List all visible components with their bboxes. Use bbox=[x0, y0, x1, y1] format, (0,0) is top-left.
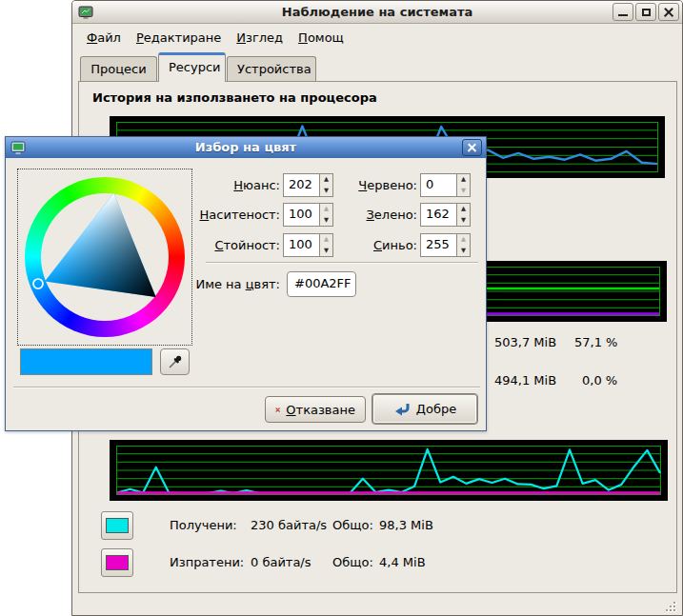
hue-spinbox[interactable]: 202 ▲ ▼ bbox=[283, 173, 333, 197]
spin-up-icon[interactable]: ▲ bbox=[457, 174, 470, 186]
window-titlebar[interactable]: Наблюдение на системата bbox=[72, 1, 682, 24]
cancel-button[interactable]: Отказване bbox=[265, 396, 366, 423]
saturation-label: Наситеност: bbox=[192, 203, 280, 227]
dialog-titlebar[interactable]: Избор на цвят bbox=[6, 137, 486, 158]
cpu-history-heading: История на използването на процесора bbox=[92, 90, 377, 105]
spin-down-icon[interactable]: ▼ bbox=[457, 186, 470, 197]
received-color-swatch bbox=[106, 518, 129, 533]
sent-rate: 0 байта/s bbox=[251, 555, 311, 569]
window-controls bbox=[613, 3, 679, 21]
saturation-spinbox[interactable]: 100 ▲ ▼ bbox=[283, 203, 333, 227]
tab-resources[interactable]: Ресурси bbox=[158, 52, 226, 82]
received-rate: 230 байта/s bbox=[251, 518, 327, 532]
spin-up-icon[interactable]: ▲ bbox=[457, 234, 470, 246]
menu-view[interactable]: Изглед bbox=[229, 28, 291, 48]
value-spinbox[interactable]: 100 ▲ ▼ bbox=[283, 233, 333, 257]
sent-total-label: Общо: bbox=[332, 555, 373, 569]
color-name-label: Име на цвят: bbox=[192, 272, 280, 296]
system-monitor-icon bbox=[78, 5, 93, 20]
spin-down-icon[interactable]: ▼ bbox=[457, 246, 470, 257]
eyedropper-icon bbox=[168, 354, 183, 369]
resize-grip[interactable] bbox=[663, 599, 676, 612]
system-monitor-icon bbox=[10, 140, 26, 155]
hue-label: Нюанс: bbox=[192, 173, 280, 197]
window-title: Наблюдение на системата bbox=[72, 1, 682, 24]
sent-total: 4,4 MiB bbox=[379, 555, 426, 569]
dialog-title: Избор на цвят bbox=[6, 137, 486, 158]
eyedropper-button[interactable] bbox=[160, 348, 190, 375]
menu-file[interactable]: Файл bbox=[79, 28, 129, 48]
maximize-button[interactable] bbox=[635, 3, 656, 21]
saturation-value-triangle[interactable] bbox=[25, 177, 185, 337]
separator bbox=[206, 262, 478, 264]
menu-help[interactable]: Помощ bbox=[291, 28, 352, 48]
green-spinbox[interactable]: 162 ▲ ▼ bbox=[420, 203, 471, 227]
blue-label: Синьо: bbox=[330, 233, 417, 257]
received-label: Получени: bbox=[170, 518, 237, 532]
screen: Наблюдение на системата Файл Редактиране… bbox=[0, 0, 683, 616]
received-total: 98,3 MiB bbox=[379, 518, 433, 532]
separator bbox=[13, 387, 480, 388]
minimize-button[interactable] bbox=[613, 3, 633, 21]
received-color-button[interactable] bbox=[101, 511, 133, 540]
dialog-close-button[interactable] bbox=[462, 139, 482, 156]
value-label: Стойност: bbox=[192, 233, 280, 257]
close-button[interactable] bbox=[658, 3, 679, 21]
swap-percent-value: 0,0 % bbox=[582, 373, 617, 387]
color-preview bbox=[20, 348, 152, 375]
color-name-input[interactable]: #00A2FF bbox=[287, 271, 356, 297]
tab-devices[interactable]: Устройства bbox=[227, 56, 316, 82]
statusbar bbox=[74, 595, 680, 614]
red-cross-icon bbox=[275, 403, 280, 417]
memory-size-value: 503,7 MiB bbox=[494, 335, 556, 349]
menu-edit[interactable]: Редактиране bbox=[129, 28, 229, 48]
sent-label: Изпратени: bbox=[170, 555, 244, 569]
red-spinbox[interactable]: 0 ▲ ▼ bbox=[420, 173, 471, 197]
tab-processes[interactable]: Процеси bbox=[80, 56, 157, 82]
color-wheel-area[interactable] bbox=[17, 169, 192, 346]
maximize-icon bbox=[642, 9, 651, 16]
green-label: Зелено: bbox=[330, 203, 417, 227]
return-arrow-icon bbox=[393, 402, 411, 417]
swap-size-value: 494,1 MiB bbox=[494, 373, 556, 387]
menubar: Файл Редактиране Изглед Помощ bbox=[74, 25, 680, 50]
red-label: Червено: bbox=[330, 173, 417, 197]
spin-up-icon[interactable]: ▲ bbox=[457, 204, 470, 215]
network-history-chart bbox=[110, 440, 668, 501]
hue-ring[interactable] bbox=[25, 177, 185, 337]
sent-color-swatch bbox=[106, 555, 129, 570]
minimize-icon bbox=[618, 14, 628, 16]
sent-color-button[interactable] bbox=[101, 548, 133, 577]
spin-down-icon[interactable]: ▼ bbox=[457, 215, 470, 227]
received-total-label: Общо: bbox=[332, 518, 373, 532]
blue-spinbox[interactable]: 255 ▲ ▼ bbox=[420, 233, 471, 257]
color-picker-dialog: Избор на цвят bbox=[5, 136, 487, 431]
hue-selector bbox=[33, 279, 43, 288]
memory-percent-value: 57,1 % bbox=[574, 335, 617, 349]
ok-button[interactable]: Добре bbox=[372, 393, 478, 425]
